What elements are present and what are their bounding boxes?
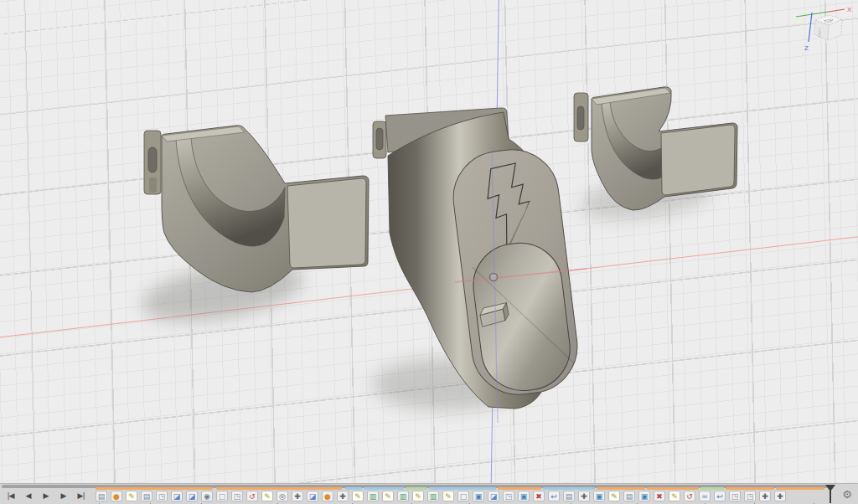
timeline-feature-sketch-icon[interactable]: ✎	[382, 491, 394, 501]
timeline-feature-pattern-icon[interactable]: ▥	[397, 491, 409, 501]
timeline-feature-combine-icon[interactable]: ▣	[638, 491, 650, 501]
viewcube-z-axis-label: Z	[804, 44, 809, 52]
timeline-feature-move-icon[interactable]: ✚	[759, 491, 771, 501]
timeline-settings-button[interactable]: ⚙	[840, 487, 855, 502]
playback-step-back-button[interactable]: ◀	[21, 489, 35, 502]
playback-go-to-start-button[interactable]: |◀	[3, 489, 18, 502]
timeline-features: ▤●✎▤◳◪◪◉□◳↺✎◎✚◪●✚✎▥✎▥✎▥✎□▣◪◳▣✖↩▤✚▣✎▤▣✖✎↺…	[96, 491, 786, 501]
timeline-group-bar	[543, 487, 595, 490]
timeline-group-bar	[597, 487, 645, 490]
timeline-feature-surface-icon[interactable]: ◳	[744, 491, 756, 501]
timeline-feature-fillet-icon[interactable]: ◪	[171, 491, 183, 501]
timeline-group-bar	[700, 487, 724, 490]
body-left-hook[interactable]	[126, 100, 385, 310]
timeline-group-bar	[96, 487, 213, 490]
timeline-feature-hole-icon[interactable]: ◎	[277, 491, 288, 501]
timeline-feature-pattern-icon[interactable]: ▥	[367, 491, 379, 501]
right-hook-keyhole-slot	[577, 106, 584, 130]
playback-step-forward-button[interactable]: ▶	[56, 489, 70, 502]
timeline-group-bar	[647, 487, 699, 490]
left-hook-slot-notch	[149, 177, 157, 193]
timeline-feature-sketch-icon[interactable]: ✎	[608, 491, 620, 501]
timeline-feature-sketch-icon[interactable]: ✎	[261, 491, 273, 501]
timeline-bar: |◀◀▶▶▶| ▤●✎▤◳◪◪◉□◳↺✎◎✚◪●✚✎▥✎▥✎▥✎□▣◪◳▣✖↩▤…	[0, 483, 858, 504]
timeline-feature-move-icon[interactable]: ✚	[578, 491, 590, 501]
timeline-track[interactable]: ▤●✎▤◳◪◪◉□◳↺✎◎✚◪●✚✎▥✎▥✎▥✎□▣◪◳▣✖↩▤✚▣✎▤▣✖✎↺…	[94, 487, 824, 504]
viewcube-x-axis-line	[829, 9, 845, 12]
timeline-feature-fillet-icon[interactable]: ◪	[307, 491, 318, 501]
timeline-feature-shell-icon[interactable]: □	[457, 491, 469, 501]
timeline-group-bar	[726, 487, 774, 490]
timeline-feature-surface-icon[interactable]: ◳	[231, 491, 243, 501]
timeline-group-bar	[429, 487, 496, 490]
timeline-feature-extrude-icon[interactable]: ▤	[563, 491, 575, 501]
timeline-group-bar	[498, 487, 541, 490]
timeline-feature-sketch-icon[interactable]: ✎	[352, 491, 364, 501]
timeline-group-bar	[216, 487, 342, 490]
timeline-feature-pattern-icon[interactable]: ▥	[427, 491, 439, 501]
left-hook-front-lip	[287, 178, 366, 268]
timeline-feature-extrude-icon[interactable]: ▤	[623, 491, 635, 501]
model-viewport[interactable]: X Z TOP LEFT	[0, 0, 858, 483]
playhead-flag	[825, 485, 835, 491]
playback-play-button[interactable]: ▶	[39, 489, 53, 502]
timeline-feature-sweep-icon[interactable]: ↺	[684, 491, 695, 501]
timeline-feature-combine-icon[interactable]: ▣	[473, 491, 484, 501]
timeline-feature-extrude-icon[interactable]: ▤	[96, 491, 107, 501]
center-holder-keyhole-slot	[376, 128, 383, 150]
timeline-feature-combine-icon[interactable]: ▣	[593, 491, 605, 501]
timeline-feature-fillet-icon[interactable]: ◪	[488, 491, 499, 501]
timeline-feature-delete-icon[interactable]: ✖	[654, 491, 665, 501]
playback-go-to-end-button[interactable]: ▶|	[74, 489, 88, 502]
timeline-feature-shell-icon[interactable]: □	[216, 491, 228, 501]
timeline-playhead[interactable]	[825, 485, 835, 504]
timeline-feature-appearance-icon[interactable]: ●	[111, 491, 122, 501]
body-right-hook[interactable]	[561, 71, 758, 226]
body-center-holder[interactable]	[364, 100, 591, 434]
timeline-feature-sketch-icon[interactable]: ✎	[442, 491, 454, 501]
timeline-feature-reverse-icon[interactable]: ↩	[548, 491, 560, 501]
timeline-feature-move-icon[interactable]: ✚	[292, 491, 303, 501]
timeline-feature-reverse-icon[interactable]: ↩	[714, 491, 726, 501]
timeline-feature-extrude-icon[interactable]: ▤	[141, 491, 152, 501]
timeline-group-bar	[364, 487, 404, 490]
viewcube-y-axis-line	[796, 12, 829, 17]
timeline-feature-surface-icon[interactable]: ◳	[503, 491, 514, 501]
left-hook-keyhole-slot	[148, 147, 157, 172]
timeline-feature-surface-icon[interactable]: ◳	[729, 491, 741, 501]
timeline-group-bar	[345, 487, 362, 490]
timeline-feature-sketch-icon[interactable]: ✎	[126, 491, 137, 501]
timeline-feature-sketch-icon[interactable]: ✎	[669, 491, 680, 501]
timeline-feature-fillet-icon[interactable]: ◪	[186, 491, 198, 501]
right-hook-front-lip	[661, 125, 735, 195]
viewcube-x-axis-label: X	[847, 6, 852, 13]
viewcube-z-axis-line	[809, 13, 812, 42]
timeline-feature-sketch-icon[interactable]: ✎	[412, 491, 424, 501]
timeline-feature-move-icon[interactable]: ✚	[774, 491, 786, 501]
timeline-playback-controls: |◀◀▶▶▶|	[3, 489, 88, 502]
timeline-group-bar	[406, 487, 427, 490]
timeline-feature-joint-icon[interactable]: ◉	[201, 491, 213, 501]
timeline-group-bar	[776, 487, 824, 490]
view-cube[interactable]: X Z TOP LEFT	[794, 2, 855, 55]
timeline-feature-surface-icon[interactable]: ◳	[156, 491, 168, 501]
timeline-feature-appearance-icon[interactable]: ●	[322, 491, 333, 501]
timeline-feature-move-icon[interactable]: ✚	[337, 491, 349, 501]
timeline-feature-form-icon[interactable]: ≈	[699, 491, 711, 501]
timeline-feature-combine-icon[interactable]: ▣	[518, 491, 530, 501]
timeline-feature-delete-icon[interactable]: ✖	[533, 491, 545, 501]
timeline-feature-sweep-icon[interactable]: ↺	[246, 491, 258, 501]
